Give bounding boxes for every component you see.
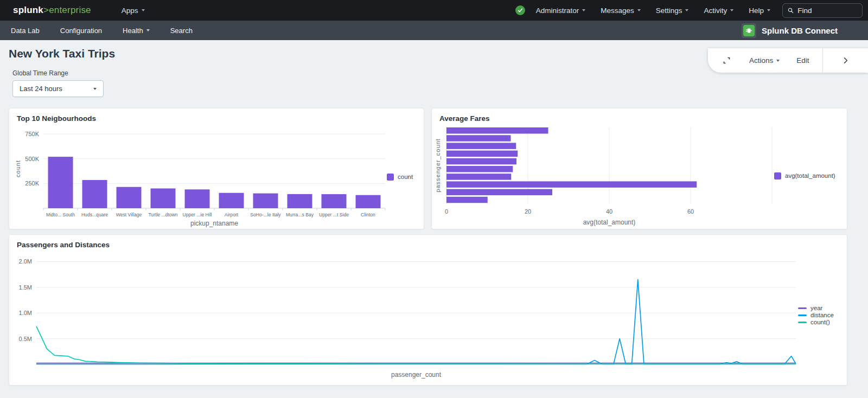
- legend-swatch: [798, 314, 807, 316]
- legend-swatch: [798, 307, 807, 309]
- messages-menu[interactable]: Messages: [601, 7, 641, 15]
- find-input[interactable]: [797, 7, 857, 15]
- svg-text:Huds...quare: Huds...quare: [81, 212, 108, 217]
- nav-item-data-lab[interactable]: Data Lab: [11, 27, 40, 35]
- chevron-down-icon: [142, 9, 145, 11]
- account-menu[interactable]: Administrator: [536, 7, 586, 15]
- hbar-chart-canvas[interactable]: 0204060passenger_countavg(total_amount): [436, 123, 774, 229]
- svg-text:0: 0: [445, 208, 448, 215]
- legend-item: year: [798, 305, 834, 311]
- logo-brand: splunk: [13, 5, 43, 15]
- svg-text:0.5M: 0.5M: [19, 336, 32, 342]
- chart-legend: avg(total_amount): [774, 172, 835, 179]
- svg-text:2.0M: 2.0M: [19, 258, 32, 265]
- svg-text:avg(total_amount): avg(total_amount): [583, 219, 636, 226]
- legend-item: distance: [798, 312, 834, 318]
- panel-row-top: Top 10 Neigbourhoods 250K500K750KcountMi…: [9, 108, 847, 229]
- app-name-label: Splunk DB Connect: [762, 26, 838, 35]
- legend-item: count(): [798, 319, 834, 325]
- db-connect-icon-frame: [742, 23, 756, 38]
- chevron-down-icon: [93, 88, 97, 90]
- chart-legend: count: [387, 174, 413, 181]
- svg-text:Clinton: Clinton: [361, 212, 375, 217]
- chevron-down-icon: [637, 9, 641, 11]
- dashboard-toolbar: Actions Edit: [708, 48, 868, 73]
- activity-menu[interactable]: Activity: [704, 7, 733, 15]
- chevron-down-icon: [767, 9, 770, 11]
- find-search-box[interactable]: [782, 3, 863, 18]
- legend-swatch: [387, 174, 394, 181]
- legend-swatch: [798, 322, 807, 323]
- svg-text:Upper ...t Side: Upper ...t Side: [319, 212, 349, 217]
- svg-text:60: 60: [687, 208, 694, 215]
- svg-text:750K: 750K: [25, 131, 39, 137]
- time-range-value: Last 24 hours: [20, 85, 62, 93]
- nav-item-health[interactable]: Health: [123, 27, 150, 35]
- app-navbar: Data Lab Configuration Health Search Spl…: [0, 21, 868, 40]
- expand-icon: [722, 56, 731, 65]
- svg-text:passenger_count: passenger_count: [436, 138, 441, 192]
- chevron-down-icon: [146, 29, 150, 31]
- settings-menu[interactable]: Settings: [656, 7, 689, 15]
- svg-text:20: 20: [525, 208, 531, 215]
- svg-text:count: count: [15, 160, 21, 177]
- apps-menu[interactable]: Apps: [122, 7, 145, 15]
- chevron-right-icon: [841, 56, 850, 65]
- panel-title: Top 10 Neigbourhoods: [9, 108, 424, 123]
- panel-title: Average Fares: [432, 108, 847, 123]
- svg-text:Murra...s Bay: Murra...s Bay: [286, 212, 314, 217]
- health-status-icon[interactable]: [515, 5, 525, 15]
- svg-text:500K: 500K: [25, 156, 39, 162]
- svg-text:passenger_count: passenger_count: [391, 371, 442, 378]
- legend-item: avg(total_amount): [774, 172, 835, 179]
- splunk-topbar: splunk>enterprise Apps Administrator Mes…: [0, 0, 868, 21]
- collapse-toolbar-button[interactable]: [822, 48, 868, 73]
- legend-item: count: [387, 174, 413, 181]
- panel-top-10-neighbourhoods: Top 10 Neigbourhoods 250K500K750KcountMi…: [9, 108, 424, 229]
- bar-chart-canvas[interactable]: 250K500K750KcountMidto... SouthHuds...qu…: [11, 123, 387, 231]
- chart-legend: year distance count(): [798, 305, 834, 325]
- chevron-down-icon: [685, 9, 688, 11]
- svg-text:Upper ...ie Hill: Upper ...ie Hill: [183, 212, 212, 217]
- search-icon: [788, 7, 794, 14]
- svg-text:SoHo-...le Italy: SoHo-...le Italy: [250, 212, 281, 217]
- logo-gt: >: [43, 5, 49, 15]
- chevron-down-icon: [582, 9, 585, 11]
- svg-text:Airport: Airport: [225, 212, 239, 217]
- panel-average-fares: Average Fares 0204060passenger_countavg(…: [431, 108, 847, 229]
- plug-icon: [743, 25, 755, 36]
- fullscreen-button[interactable]: [722, 56, 731, 65]
- svg-text:40: 40: [606, 208, 612, 215]
- line-chart-canvas[interactable]: 0.5M1.0M1.5M2.0Mpassenger_count: [12, 249, 798, 381]
- legend-swatch: [774, 172, 781, 179]
- time-range-dropdown[interactable]: Last 24 hours: [12, 80, 104, 97]
- splunk-enterprise-logo[interactable]: splunk>enterprise: [13, 5, 91, 16]
- svg-text:West Village: West Village: [116, 212, 142, 217]
- app-identity[interactable]: Splunk DB Connect: [742, 23, 838, 38]
- edit-button[interactable]: Edit: [796, 56, 809, 65]
- nav-item-search[interactable]: Search: [170, 27, 193, 35]
- svg-text:1.5M: 1.5M: [19, 284, 32, 291]
- svg-text:Midto... South: Midto... South: [46, 212, 75, 217]
- svg-text:250K: 250K: [25, 180, 39, 187]
- logo-product: enterprise: [49, 5, 91, 15]
- help-menu[interactable]: Help: [749, 7, 770, 15]
- dashboard-main: Actions Edit New York Taxi Trips Global …: [0, 47, 868, 398]
- chevron-down-icon: [776, 60, 780, 62]
- panel-row-bottom: Passengers and Distances 0.5M1.0M1.5M2.0…: [9, 234, 847, 386]
- svg-text:pickup_ntaname: pickup_ntaname: [190, 220, 238, 227]
- svg-text:Turtle ...dtown: Turtle ...dtown: [148, 212, 177, 217]
- svg-text:1.0M: 1.0M: [19, 310, 32, 316]
- actions-button[interactable]: Actions: [749, 56, 780, 65]
- panel-title: Passengers and Distances: [9, 235, 847, 249]
- nav-item-configuration[interactable]: Configuration: [60, 27, 102, 35]
- check-icon: [517, 7, 524, 14]
- chevron-down-icon: [730, 9, 733, 11]
- panel-passengers-distances: Passengers and Distances 0.5M1.0M1.5M2.0…: [9, 234, 847, 386]
